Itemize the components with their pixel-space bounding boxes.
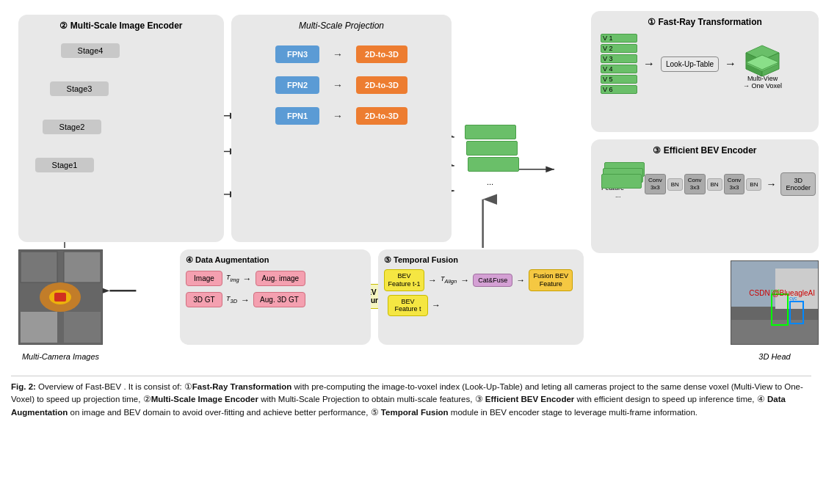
- camera-image: [18, 249, 103, 345]
- v4-layer: V 4: [601, 65, 637, 73]
- bev-mid-dots: ...: [487, 178, 493, 186]
- aug-title: ④ Data Augmentation: [186, 255, 365, 265]
- v1-layer: V 1: [601, 34, 637, 43]
- fusion-bev-block: Fusion BEVFeature: [529, 269, 573, 291]
- fr-arrow-1: →: [643, 57, 655, 70]
- bev-dots: ...: [615, 191, 621, 199]
- aug-3dgt-block: Aug. 3D GT: [253, 292, 305, 307]
- t-align-label: TAlign: [441, 275, 457, 285]
- v3-layer: V 3: [601, 54, 637, 63]
- conv-series: Conv3x3 BN Conv3x3 BN Conv3x3 BN: [645, 174, 761, 194]
- temporal-arrow-2: →: [460, 275, 469, 285]
- svg-rect-48: [21, 252, 57, 282]
- arrow-3: →: [333, 110, 343, 122]
- 3d-encoder-block: 3D Encoder: [780, 172, 816, 196]
- temporal-fusion-section: ⑤ Temporal Fusion BEVFeature t-1 → TAlig…: [378, 249, 584, 345]
- svg-rect-61: [731, 320, 819, 345]
- bev-t1-block: BEVFeature t-1: [384, 269, 424, 291]
- head-svg: ped cyc: [731, 261, 819, 345]
- multi-scale-encoder-section: ② Multi-Scale Image Encoder Stage4 Stage…: [18, 15, 224, 242]
- t-3d-label: T3D: [226, 295, 237, 304]
- v5-layer: V 5: [601, 75, 637, 84]
- temporal-row1: BEVFeature t-1 → TAlign → Cat&Fuse → Fus…: [384, 269, 578, 291]
- lut-box: Look-Up-Table: [661, 56, 719, 72]
- bev-encoder-title: ③ Efficient BEV Encoder: [597, 145, 813, 156]
- head-caption: 3D Head: [731, 352, 819, 361]
- fig-label: Fig. 2:: [11, 382, 36, 391]
- stage1-row: Stage1: [35, 155, 94, 175]
- arrow-2: →: [333, 79, 343, 91]
- aug-image-block: Aug. image: [256, 271, 306, 286]
- bn-block-1: BN: [667, 178, 683, 191]
- aug-arrow-2: →: [241, 295, 250, 305]
- image-block: Image: [186, 271, 222, 286]
- temporal-arrow-1: →: [428, 275, 437, 285]
- projection-title: Multi-Scale Projection: [237, 21, 446, 31]
- temporal-title: ⑤ Temporal Fusion: [384, 255, 578, 265]
- bev-middle-stacks: ...: [465, 125, 523, 198]
- svg-rect-50: [64, 252, 101, 282]
- bev-layer-3: [601, 174, 642, 189]
- cat-fuse-block: Cat&Fuse: [473, 274, 512, 287]
- fast-ray-section: ① Fast-Ray Transformation V 1 V 2 V 3 V …: [591, 11, 819, 132]
- bottom-caption-area: Fig. 2: Overview of Fast-BEV . It is con…: [11, 376, 811, 419]
- stage4-row: Stage4: [61, 40, 120, 61]
- voxel-cube-svg: [742, 38, 783, 78]
- camera-svg: [19, 250, 102, 344]
- proj-row-1: FPN3 → 2D-to-3D: [237, 45, 446, 63]
- multi-view-area: Multi-View→ One Voxel: [742, 38, 783, 90]
- bn-block-3: BN: [746, 178, 761, 191]
- conv-block-3: Conv3x3: [724, 174, 745, 194]
- v6-layer: V 6: [601, 85, 637, 94]
- 3d-head-image: ped cyc: [731, 260, 819, 345]
- svg-rect-56: [54, 293, 66, 302]
- temporal-row2: BEVFeature t →: [384, 295, 578, 317]
- v-layers: V 1 V 2 V 3 V 4 V 5 V 6: [601, 34, 637, 94]
- stage3-row: Stage3: [50, 78, 109, 99]
- multi-view-label: Multi-View→ One Voxel: [743, 75, 782, 90]
- watermark: CSDN @BlueagleAI: [749, 289, 815, 297]
- fr-arrow-2: →: [725, 57, 736, 70]
- bev-encoder-section: ③ Efficient BEV Encoder ... BEV Feature …: [591, 139, 819, 253]
- bev-mid-layer3: [468, 157, 519, 172]
- data-augmentation-section: ④ Data Augmentation Image Timg → Aug. im…: [180, 249, 371, 345]
- main-container: x2 x2 x4 x2 x4 x8 x1/16 x1/8 x1/4: [0, 0, 837, 504]
- aug-arrow-1: →: [243, 274, 252, 284]
- fast-ray-content: V 1 V 2 V 3 V 4 V 5 V 6 → Look-Up-Table …: [597, 30, 813, 98]
- bev-mid-layer2: [466, 141, 518, 156]
- diagram-area: x2 x2 x4 x2 x4 x8 x1/16 x1/8 x1/4: [11, 7, 826, 374]
- stage3-block: Stage3: [50, 81, 109, 96]
- bn-block-2: BN: [707, 178, 722, 191]
- conv1-block: 2D-to-3D: [356, 45, 407, 63]
- stage1-block: Stage1: [35, 158, 94, 172]
- arrow-1: →: [333, 48, 343, 60]
- bev-encoder-content: ... BEV Feature → Conv3x3 BN Conv3x3 BN …: [597, 158, 813, 210]
- svg-rect-53: [64, 312, 101, 343]
- conv-block-1: Conv3x3: [645, 174, 666, 194]
- conv3-block: 2D-to-3D: [356, 107, 407, 125]
- svg-rect-52: [21, 312, 57, 343]
- fpn2-block: FPN2: [275, 76, 319, 94]
- fpn3-block: FPN3: [275, 45, 319, 63]
- 3dgt-block: 3D GT: [186, 292, 222, 307]
- bev-t-block: BEVFeature t: [388, 295, 428, 317]
- proj-row-3: FPN1 → 2D-to-3D: [237, 107, 446, 125]
- caption-overview: Overview of Fast-BEV . It is consist of:…: [11, 382, 803, 417]
- bev-arrow-2: →: [766, 178, 776, 190]
- aug-image-row: Image Timg → Aug. image: [186, 271, 365, 286]
- v2-layer: V 2: [601, 44, 637, 53]
- conv-block-2: Conv3x3: [684, 174, 706, 194]
- camera-caption: Multi-Camera Images: [18, 352, 103, 361]
- stages-area: Stage4 Stage3 Stage2 Stage1: [24, 37, 218, 180]
- fpn1-block: FPN1: [275, 107, 319, 125]
- proj-row-2: FPN2 → 2D-to-3D: [237, 76, 446, 94]
- multi-scale-projection-section: Multi-Scale Projection FPN3 → 2D-to-3D F…: [231, 15, 452, 242]
- t-img-label: Timg: [226, 274, 239, 283]
- conv2-block: 2D-to-3D: [356, 76, 407, 94]
- stage2-block: Stage2: [43, 120, 101, 134]
- stage2-row: Stage2: [43, 117, 101, 137]
- stage4-block: Stage4: [61, 43, 120, 58]
- temporal-arrow-4: →: [432, 300, 441, 310]
- aug-3dgt-row: 3D GT T3D → Aug. 3D GT: [186, 292, 365, 307]
- fast-ray-title: ① Fast-Ray Transformation: [597, 17, 813, 27]
